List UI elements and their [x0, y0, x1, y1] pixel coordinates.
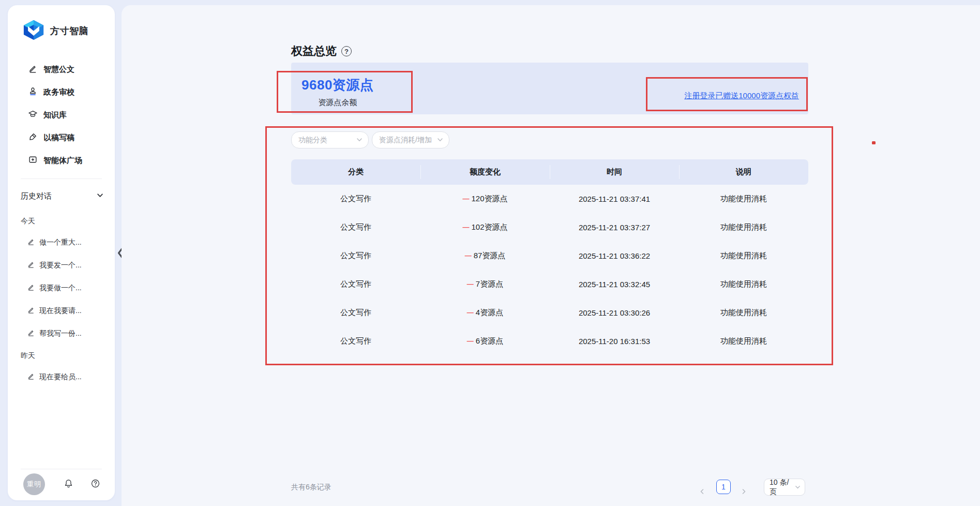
cell-time: 2025-11-21 03:37:27 — [550, 213, 679, 242]
bonus-link[interactable]: 注册登录已赠送10000资源点权益 — [684, 91, 799, 101]
cell-time: 2025-11-20 16:31:53 — [550, 327, 679, 355]
next-page-button[interactable] — [736, 485, 751, 499]
column-header: 说明 — [679, 159, 808, 185]
chat-history-item[interactable]: 做一个重大... — [27, 233, 108, 252]
cell-change: — 120资源点 — [420, 185, 550, 213]
edit-icon — [27, 284, 35, 293]
bell-icon — [64, 479, 73, 490]
sidebar-divider — [21, 178, 102, 179]
sidebar-item-agent-plaza[interactable]: 智能体广场 — [8, 149, 115, 172]
edit-icon — [27, 306, 35, 316]
table-row: 公文写作 — 4资源点 2025-11-21 03:30:26 功能使用消耗 — [291, 299, 808, 327]
column-header: 时间 — [550, 159, 679, 185]
edit-icon — [27, 261, 35, 270]
history-toggle[interactable]: 历史对话 — [21, 187, 103, 205]
chevron-down-icon — [97, 191, 103, 201]
cell-note: 功能使用消耗 — [679, 299, 808, 327]
cell-time: 2025-11-21 03:37:41 — [550, 185, 679, 213]
chat-title: 现在要给员... — [39, 373, 82, 382]
filter-change-type-select[interactable]: 资源点消耗/增加 — [372, 131, 449, 148]
sidebar-item-label: 智慧公文 — [43, 65, 74, 75]
change-amount: 6资源点 — [476, 336, 503, 346]
minus-sign: — — [467, 308, 474, 316]
filter-placeholder: 功能分类 — [298, 136, 327, 145]
filter-category-select[interactable]: 功能分类 — [291, 131, 369, 148]
column-header: 分类 — [291, 159, 420, 185]
chat-title: 做一个重大... — [39, 238, 82, 247]
chat-history-item[interactable]: 帮我写一份... — [27, 324, 108, 343]
table-row: 公文写作 — 7资源点 2025-11-21 03:32:45 功能使用消耗 — [291, 270, 808, 299]
cell-time: 2025-11-21 03:36:22 — [550, 242, 679, 270]
sidebar-item-gov-review[interactable]: 政务审校 — [8, 81, 115, 103]
cell-note: 功能使用消耗 — [679, 270, 808, 299]
points-value: 9680资源点 — [301, 76, 373, 94]
page-size-select[interactable]: 10 条/页 — [764, 479, 805, 496]
knowledge-icon — [28, 110, 37, 121]
sidebar-item-label: 知识库 — [43, 110, 67, 120]
sidebar-item-write-from-draft[interactable]: 以稿写稿 — [8, 126, 115, 149]
table-row: 公文写作 — 87资源点 2025-11-21 03:36:22 功能使用消耗 — [291, 242, 808, 270]
page-number-button[interactable]: 1 — [716, 480, 731, 494]
chat-title: 我要做一个... — [39, 284, 82, 293]
cell-note: 功能使用消耗 — [679, 185, 808, 213]
table-row: 公文写作 — 6资源点 2025-11-20 16:31:53 功能使用消耗 — [291, 327, 808, 355]
chevron-left-icon — [699, 487, 705, 497]
sidebar: 方寸智脑 智慧公文 政务审校 — [8, 5, 115, 500]
cell-change: — 6资源点 — [420, 327, 550, 355]
sidebar-item-smart-docs[interactable]: 智慧公文 — [8, 58, 115, 81]
record-count: 共有6条记录 — [291, 483, 331, 492]
sidebar-item-label: 以稿写稿 — [43, 133, 74, 143]
cell-change: — 87资源点 — [420, 242, 550, 270]
title-help-icon[interactable]: ? — [341, 46, 352, 56]
sidebar-user-row: 重明 — [23, 472, 105, 496]
chevron-down-icon — [356, 136, 363, 145]
points-summary: 9680资源点 资源点余额 — [301, 76, 373, 108]
sidebar-item-label: 政务审校 — [43, 87, 74, 97]
cell-note: 功能使用消耗 — [679, 213, 808, 242]
main-panel: 权益总览 ? 9680资源点 资源点余额 注册登录已赠送10000资源点权益 功… — [122, 5, 980, 506]
help-circle-icon — [91, 479, 100, 490]
brand-logo-icon — [22, 20, 45, 42]
minus-sign: — — [467, 280, 474, 288]
cell-note: 功能使用消耗 — [679, 242, 808, 270]
edit-icon — [27, 373, 35, 382]
help-button[interactable] — [89, 479, 101, 490]
minus-sign: — — [462, 223, 469, 231]
cell-change: — 4资源点 — [420, 299, 550, 327]
brand: 方寸智脑 — [22, 20, 88, 42]
minus-sign: — — [467, 337, 474, 345]
chat-history-item[interactable]: 现在我要请... — [27, 302, 108, 320]
table-row: 公文写作 — 120资源点 2025-11-21 03:37:41 功能使用消耗 — [291, 185, 808, 213]
chat-history-item[interactable]: 我要发一个... — [27, 256, 108, 275]
avatar[interactable]: 重明 — [23, 473, 45, 495]
points-label: 资源点余额 — [301, 98, 373, 108]
edit-icon — [27, 238, 35, 247]
cell-note: 功能使用消耗 — [679, 327, 808, 355]
stamp-icon — [28, 87, 37, 98]
cell-category: 公文写作 — [291, 242, 420, 270]
history-label: 历史对话 — [21, 191, 52, 201]
chevron-right-icon — [741, 487, 747, 497]
prev-page-button[interactable] — [695, 485, 710, 499]
minus-sign: — — [465, 251, 472, 259]
table-row: 公文写作 — 102资源点 2025-11-21 03:37:27 功能使用消耗 — [291, 213, 808, 242]
filter-placeholder: 资源点消耗/增加 — [379, 136, 432, 145]
chat-history-item[interactable]: 现在要给员... — [27, 368, 108, 386]
cell-category: 公文写作 — [291, 213, 420, 242]
sidebar-menu: 智慧公文 政务审校 知识库 — [8, 58, 115, 172]
highlighter-icon — [28, 132, 37, 143]
table-header-row: 分类 额度变化 时间 说明 — [291, 159, 808, 185]
sidebar-item-knowledge-base[interactable]: 知识库 — [8, 103, 115, 126]
cell-category: 公文写作 — [291, 270, 420, 299]
notifications-button[interactable] — [63, 479, 74, 490]
sidebar-item-label: 智能体广场 — [43, 156, 82, 166]
history-group-yesterday: 昨天 — [21, 349, 35, 363]
change-amount: 7资源点 — [476, 279, 503, 289]
change-amount: 4资源点 — [476, 308, 503, 318]
chat-history-item[interactable]: 我要做一个... — [27, 279, 108, 297]
sidebar-divider — [21, 469, 102, 469]
cell-change: — 7资源点 — [420, 270, 550, 299]
agent-plaza-icon — [28, 155, 37, 166]
edit-icon — [27, 329, 35, 338]
cell-category: 公文写作 — [291, 327, 420, 355]
